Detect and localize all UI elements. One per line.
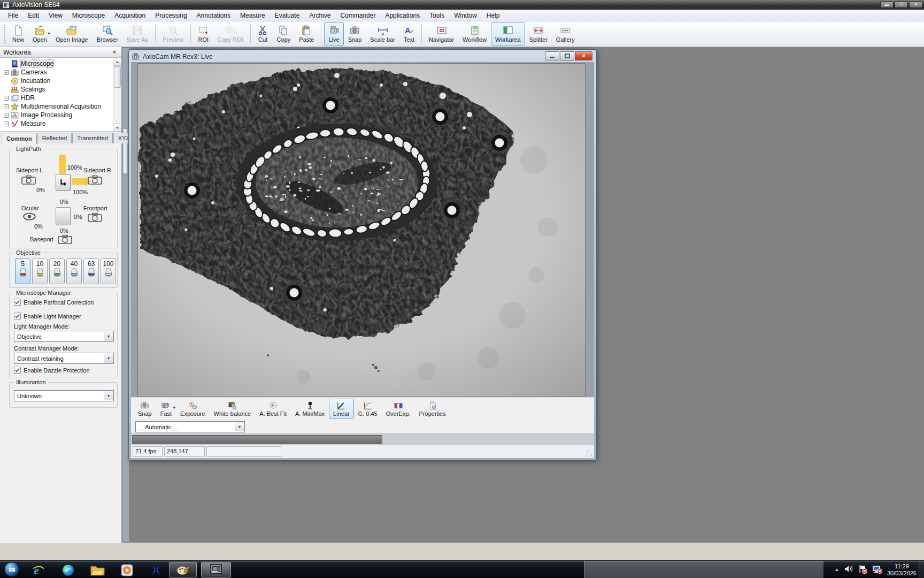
- cam-linear-button[interactable]: Linear: [329, 399, 354, 419]
- frontport-camera-icon[interactable]: [88, 212, 103, 222]
- tree-item-multidimensional-acquisition[interactable]: + Multidimensional Acquisition: [0, 102, 121, 111]
- cam-min-max-button[interactable]: A. Min/Max: [291, 399, 329, 419]
- parfocal-checkbox[interactable]: [14, 299, 21, 306]
- sideport-l-camera-icon[interactable]: [21, 175, 36, 185]
- live-button[interactable]: Live: [324, 22, 343, 45]
- menu-help[interactable]: Help: [482, 10, 505, 21]
- cam-overexposure-button[interactable]: OverExp.: [382, 399, 415, 419]
- app-minimize-button[interactable]: ▬: [880, 1, 894, 8]
- axiocam-minimize-button[interactable]: [545, 51, 559, 60]
- illumination-select[interactable]: Unknown ▼: [14, 390, 114, 401]
- menu-microscope[interactable]: Microscope: [67, 10, 110, 21]
- workarea-button[interactable]: Workarea: [491, 22, 525, 45]
- new-button[interactable]: New: [8, 22, 28, 45]
- tree-item-image-processing[interactable]: + Image Processing: [0, 111, 121, 119]
- workarea-close-icon[interactable]: ✕: [111, 49, 118, 56]
- app-close-button[interactable]: ✕: [909, 1, 922, 8]
- text-button[interactable]: A Text: [399, 22, 419, 45]
- resize-grip[interactable]: [586, 450, 594, 458]
- splitter-button[interactable]: Splitter: [525, 22, 552, 45]
- tree-item-hdr[interactable]: + HDR: [0, 94, 121, 102]
- scale-bar-button[interactable]: μ Scale bar: [366, 22, 399, 45]
- cam-horizontal-scrollbar[interactable]: [131, 434, 594, 445]
- objective-20-button[interactable]: 20: [49, 258, 65, 284]
- menu-processing[interactable]: Processing: [150, 10, 191, 21]
- contrast-manager-mode-select[interactable]: Contrast retaining ▼: [14, 353, 114, 364]
- paste-button[interactable]: Paste: [295, 22, 318, 45]
- toolbar-grip[interactable]: [3, 25, 6, 43]
- tree-scrollbar[interactable]: ▲ ▼: [113, 58, 121, 131]
- network-error-icon[interactable]: [872, 565, 882, 575]
- expand-icon[interactable]: +: [4, 70, 9, 75]
- expand-icon[interactable]: +: [4, 96, 9, 101]
- ocular-eye-icon[interactable]: [22, 212, 36, 220]
- axiocam-close-button[interactable]: ✕: [575, 51, 592, 60]
- expand-icon[interactable]: +: [4, 121, 9, 126]
- cam-fast-button[interactable]: Fast ▼: [156, 399, 176, 419]
- dazzle-checkbox[interactable]: [14, 367, 21, 374]
- action-center-flag-icon[interactable]: [858, 565, 867, 575]
- scroll-down-icon[interactable]: ▼: [113, 123, 121, 131]
- gallery-button[interactable]: Gallery: [552, 22, 579, 45]
- cam-properties-button[interactable]: Properties: [415, 399, 450, 419]
- roi-button[interactable]: ROI: [194, 22, 213, 45]
- menu-file[interactable]: File: [3, 10, 23, 21]
- browser-button[interactable]: Browser: [92, 22, 122, 45]
- file-explorer-icon[interactable]: [90, 562, 105, 577]
- scrollbar-thumb[interactable]: [132, 435, 382, 444]
- open-dropdown-arrow-icon[interactable]: ▼: [47, 32, 51, 35]
- navigator-button[interactable]: Navigator: [425, 22, 458, 45]
- light-manager-mode-select[interactable]: Objective ▼: [14, 331, 114, 342]
- scroll-up-icon[interactable]: ▲: [113, 58, 121, 66]
- axiocam-maximize-button[interactable]: [560, 51, 574, 60]
- tab-reflected[interactable]: Reflected: [37, 133, 72, 143]
- live-micrograph-image[interactable]: [137, 63, 586, 397]
- paint-taskbar-button[interactable]: [169, 562, 197, 577]
- expand-icon[interactable]: +: [4, 104, 9, 109]
- cam-white-balance-button[interactable]: White balance: [210, 399, 256, 419]
- baseport-camera-icon[interactable]: [58, 234, 73, 244]
- fast-dropdown-arrow-icon[interactable]: ▼: [172, 406, 176, 409]
- sideport-r-camera-icon[interactable]: [88, 175, 103, 185]
- menu-measure[interactable]: Measure: [235, 10, 270, 21]
- menu-commander[interactable]: Commander: [335, 10, 380, 21]
- light-manager-checkbox[interactable]: [14, 313, 21, 320]
- snap-button[interactable]: Snap: [344, 22, 366, 45]
- axiovision-taskbar-button[interactable]: [201, 562, 231, 577]
- cam-exposure-button[interactable]: Exposure: [176, 399, 209, 419]
- tab-common[interactable]: Common: [2, 133, 37, 144]
- open-button[interactable]: Open ▼: [28, 22, 51, 45]
- cam-best-fit-button[interactable]: A. Best Fit: [255, 399, 291, 419]
- menu-window[interactable]: Window: [449, 10, 482, 21]
- edge-browser-icon[interactable]: [60, 562, 75, 577]
- menu-edit[interactable]: Edit: [23, 10, 44, 21]
- tree-item-microscope[interactable]: Microscope: [0, 59, 121, 68]
- cut-button[interactable]: Cut: [253, 22, 273, 45]
- menu-applications[interactable]: Applications: [380, 10, 425, 21]
- tree-item-measure[interactable]: + Measure: [0, 119, 121, 128]
- volume-icon[interactable]: [844, 565, 853, 574]
- objective-100-button[interactable]: 100: [101, 258, 116, 284]
- menu-annotations[interactable]: Annotations: [192, 10, 235, 21]
- tree-item-cameras[interactable]: + Cameras: [0, 68, 121, 77]
- menu-view[interactable]: View: [44, 10, 67, 21]
- media-player-icon[interactable]: [119, 562, 134, 577]
- menu-tools[interactable]: Tools: [425, 10, 449, 21]
- internet-explorer-icon[interactable]: e: [31, 562, 46, 577]
- axiocam-titlebar[interactable]: AxioCam MR Rev3: Live ✕: [131, 51, 594, 62]
- objective-40-button[interactable]: 40: [66, 258, 82, 284]
- start-button[interactable]: [4, 562, 19, 577]
- menu-acquisition[interactable]: Acquisition: [110, 10, 150, 21]
- show-desktop-button[interactable]: [919, 561, 924, 578]
- connexion-x-icon[interactable]: [149, 562, 164, 577]
- app-maximize-button[interactable]: ❐: [895, 1, 908, 8]
- expand-icon[interactable]: +: [4, 113, 9, 118]
- lightpath-lower-switch-button[interactable]: [56, 207, 71, 225]
- cam-gamma-button[interactable]: G. 0.45: [354, 399, 382, 419]
- menu-archive[interactable]: Archive: [304, 10, 335, 21]
- scrollbar-thumb[interactable]: [114, 66, 121, 88]
- workflow-button[interactable]: Workflow: [458, 22, 491, 45]
- lightpath-switch-button[interactable]: [56, 174, 71, 191]
- objective-5-button[interactable]: 5: [15, 258, 30, 284]
- tree-item-scalings[interactable]: 123 Scalings: [0, 85, 121, 94]
